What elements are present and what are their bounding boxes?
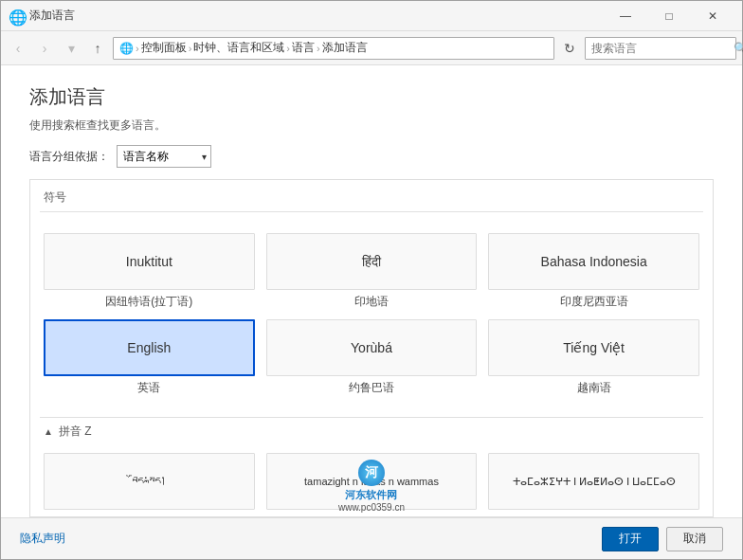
lang-item-tifi[interactable]: ⵜⴰⵎⴰⵣⵉⵖⵜ ⵏ ⵍⴰⵟⵍⴰⵙ ⵏ ⵡⴰⵎⵎⴰⵙ	[488, 453, 699, 514]
lang-label-hindi: 印地语	[354, 294, 389, 310]
lang-name-inuktitut: Inuktitut	[126, 254, 172, 269]
breadcrumb-current: 添加语言	[322, 40, 368, 56]
refresh-button[interactable]: ↻	[558, 37, 581, 60]
lang-card-english[interactable]: English	[44, 319, 255, 376]
title-controls: — □ ✕	[604, 1, 734, 31]
language-grid-top: Inuktitut 因纽特语(拉丁语) हिंदी 印地语 Bahasa Ind…	[40, 233, 703, 319]
language-grid-pinyin: བོད་སྐད། tamazight n latlas n wammas ⵜⴰⵎ…	[40, 453, 703, 517]
lang-name-tifi: ⵜⴰⵎⴰⵣⵉⵖⵜ ⵏ ⵍⴰⵟⵍⴰⵙ ⵏ ⵡⴰⵎⵎⴰⵙ	[509, 476, 680, 488]
lang-name-hindi: हिंदी	[362, 254, 381, 270]
lang-name-tamazight: tamazight n latlas n wammas	[300, 476, 443, 487]
sort-select[interactable]: 语言名称 脚本	[117, 145, 211, 168]
breadcrumb-icon: 🌐	[119, 42, 134, 55]
lang-name-english: English	[127, 340, 171, 355]
lang-card-hindi[interactable]: हिंदी	[266, 233, 478, 290]
separator-1: ›	[136, 43, 139, 54]
section-pinyin-z-label: 拼音 Z	[59, 424, 92, 440]
lang-item-inuktitut[interactable]: Inuktitut 因纽特语(拉丁语)	[44, 233, 255, 310]
lang-card-tibetan[interactable]: བོད་སྐད།	[44, 453, 255, 510]
collapse-icon: ▲	[44, 426, 53, 437]
lang-card-tamazight[interactable]: tamazight n latlas n wammas	[266, 453, 478, 510]
page-title: 添加语言	[29, 84, 714, 110]
lang-name-bahasa: Bahasa Indonesia	[541, 254, 647, 269]
lang-card-inuktitut[interactable]: Inuktitut	[44, 233, 255, 290]
lang-label-bahasa: 印度尼西亚语	[560, 294, 628, 310]
breadcrumb-language: 语言	[292, 40, 315, 56]
window-icon: 🌐	[9, 9, 24, 24]
back-button[interactable]: ‹	[7, 37, 29, 60]
search-box[interactable]: 🔍	[585, 37, 736, 60]
lang-label-yoruba: 约鲁巴语	[349, 380, 394, 396]
minimize-button[interactable]: —	[604, 1, 647, 31]
bottom-bar: 隐私声明 打开 取消	[1, 517, 742, 559]
sort-label: 语言分组依据：	[29, 149, 109, 165]
up-button[interactable]: ↑	[86, 37, 109, 60]
lang-card-yoruba[interactable]: Yorùbá	[266, 319, 478, 376]
lang-item-tieng-viet[interactable]: Tiếng Việt 越南语	[488, 319, 699, 396]
main-window: 🌐 添加语言 — □ ✕ ‹ › ▾ ↑ 🌐 › 控制面板 › 时钟、语言和区域…	[0, 0, 743, 560]
lang-card-tifi[interactable]: ⵜⴰⵎⴰⵣⵉⵖⵜ ⵏ ⵍⴰⵟⵍⴰⵙ ⵏ ⵡⴰⵎⵎⴰⵙ	[488, 453, 699, 510]
cancel-button[interactable]: 取消	[666, 527, 723, 551]
lang-card-tieng-viet[interactable]: Tiếng Việt	[488, 319, 699, 376]
bottom-buttons: 打开 取消	[602, 527, 723, 551]
lang-label-inuktitut: 因纽特语(拉丁语)	[105, 294, 192, 310]
privacy-link[interactable]: 隐私声明	[20, 531, 65, 547]
language-grid-bottom: English 英语 Yorùbá 约鲁巴语 Tiếng Việt	[40, 319, 703, 406]
section-fuHao-header: 符号	[40, 186, 703, 212]
hint-text: 使用搜索框查找更多语言。	[29, 117, 714, 134]
section-main: Inuktitut 因纽特语(拉丁语) हिंदी 印地语 Bahasa Ind…	[30, 227, 713, 411]
title-bar: 🌐 添加语言 — □ ✕	[1, 1, 742, 31]
lang-item-yoruba[interactable]: Yorùbá 约鲁巴语	[266, 319, 478, 396]
breadcrumb-clock: 时钟、语言和区域	[193, 40, 284, 56]
language-grid-container[interactable]: 符号 Inuktitut 因纽特语(拉丁语) हिंदी 印地语	[29, 179, 714, 517]
section-fuHao: 符号	[30, 180, 713, 227]
lang-item-tibetan[interactable]: བོད་སྐད།	[44, 453, 255, 514]
address-bar: ‹ › ▾ ↑ 🌐 › 控制面板 › 时钟、语言和区域 › 语言 › 添加语言 …	[1, 31, 742, 65]
separator-3: ›	[286, 43, 290, 54]
lang-item-english[interactable]: English 英语	[44, 319, 255, 396]
lang-label-tieng-viet: 越南语	[577, 380, 611, 396]
close-button[interactable]: ✕	[691, 1, 734, 31]
recent-locations-button[interactable]: ▾	[60, 37, 82, 60]
lang-item-hindi[interactable]: हिंदी 印地语	[266, 233, 478, 310]
section-pinyin-z-header[interactable]: ▲ 拼音 Z	[40, 417, 703, 445]
content-area: 添加语言 使用搜索框查找更多语言。 语言分组依据： 语言名称 脚本 符号	[1, 65, 742, 517]
lang-card-bahasa[interactable]: Bahasa Indonesia	[488, 233, 699, 290]
separator-4: ›	[317, 43, 320, 54]
maximize-button[interactable]: □	[647, 1, 691, 31]
breadcrumb-control-panel: 控制面板	[141, 40, 187, 56]
address-bar-input[interactable]: 🌐 › 控制面板 › 时钟、语言和区域 › 语言 › 添加语言	[113, 37, 554, 60]
lang-name-yoruba: Yorùbá	[351, 340, 392, 355]
lang-name-tieng-viet: Tiếng Việt	[563, 340, 625, 355]
separator-2: ›	[189, 43, 192, 54]
lang-item-bahasa[interactable]: Bahasa Indonesia 印度尼西亚语	[488, 233, 699, 310]
search-input[interactable]	[591, 42, 734, 55]
window-title: 添加语言	[29, 8, 604, 24]
section-pinyin-z: ▲ 拼音 Z བོད་སྐད། tamazight n latlas n wam…	[30, 411, 713, 517]
sort-select-wrapper: 语言名称 脚本	[117, 145, 211, 168]
search-icon: 🔍	[734, 42, 743, 55]
sort-row: 语言分组依据： 语言名称 脚本	[29, 145, 714, 168]
lang-name-tibetan: བོད་སྐད།	[132, 475, 166, 488]
lang-label-english: 英语	[137, 380, 160, 396]
open-button[interactable]: 打开	[602, 527, 659, 551]
lang-item-tamazight[interactable]: tamazight n latlas n wammas	[266, 453, 478, 514]
forward-button[interactable]: ›	[33, 37, 56, 60]
